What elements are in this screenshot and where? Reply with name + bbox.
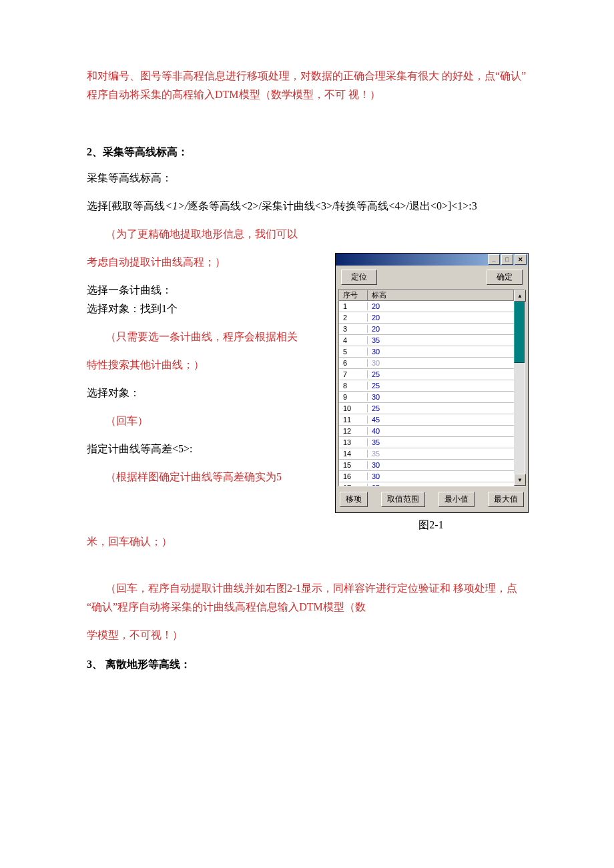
red-note-3: （只需要选一条计曲线，程序会根据相关 — [87, 328, 323, 346]
row-index: 6 — [339, 359, 368, 367]
table-row[interactable]: 1435 — [339, 448, 514, 460]
row-index: 14 — [339, 450, 368, 458]
right-column: _ □ ✕ 定位 确定 序号 标高 1202203204355306307258… — [335, 253, 527, 532]
list-header-row: 序号 标高 — [339, 290, 514, 301]
red-note-2: 考虑自动提取计曲线高程；） — [87, 253, 323, 272]
window-minimize-button[interactable]: _ — [488, 254, 500, 265]
intro-paragraph: 和对编号、图号等非高程信息进行移项处理，对数据的正确合理采集有很大 的好处，点“… — [87, 67, 527, 104]
red-note-4: 特性搜索其他计曲线；） — [87, 356, 323, 374]
row-index: 2 — [339, 314, 368, 322]
row-value: 20 — [368, 325, 514, 333]
row-index: 15 — [339, 461, 368, 469]
table-row[interactable]: 435 — [339, 335, 514, 346]
scroll-track[interactable] — [514, 363, 525, 474]
table-row[interactable]: 725 — [339, 369, 514, 380]
row-index: 11 — [339, 416, 368, 424]
table-row[interactable]: 1145 — [339, 414, 514, 426]
table-row[interactable]: 120 — [339, 301, 514, 312]
row-value: 25 — [368, 370, 514, 378]
row-index: 3 — [339, 325, 368, 333]
list-rows-container: 1202203204355306307258259301025114512401… — [339, 301, 514, 486]
row-index: 1 — [339, 302, 368, 310]
spacer-2 — [87, 560, 527, 579]
collect-label: 采集等高线标高： — [87, 169, 527, 187]
table-row[interactable]: 930 — [339, 392, 514, 403]
table-row[interactable]: 630 — [339, 358, 514, 369]
found-one: 选择对象：找到1个 — [87, 300, 323, 318]
r8a: （回车，程序自动提取计曲线并如右图 — [105, 582, 287, 594]
table-row[interactable]: 825 — [339, 380, 514, 392]
footer-btn-range[interactable]: 取值范围 — [381, 492, 425, 507]
table-row[interactable]: 220 — [339, 312, 514, 324]
table-row[interactable]: 1725 — [339, 482, 514, 486]
row-value: 25 — [368, 382, 514, 390]
row-value: 25 — [368, 404, 514, 412]
select-curve: 选择一条计曲线： — [87, 281, 323, 300]
footer-btn-move[interactable]: 移项 — [340, 492, 368, 507]
scroll-up-button[interactable]: ▲ — [514, 290, 526, 302]
row-value: 35 — [368, 450, 514, 458]
scroll-down-button[interactable]: ▼ — [514, 474, 526, 486]
col-header-index: 序号 — [339, 290, 368, 300]
list-area: 序号 标高 1202203204355306307258259301025114… — [338, 289, 525, 486]
select-line: 选择[截取等高线<1>/逐条等高线<2>/采集计曲线<3>/转换等高线<4>/退… — [87, 197, 527, 215]
row-value: 35 — [368, 336, 514, 344]
table-row[interactable]: 1630 — [339, 471, 514, 482]
left-column: 考虑自动提取计曲线高程；） 选择一条计曲线： 选择对象：找到1个 （只需要选一条… — [87, 253, 323, 496]
row-value: 35 — [368, 438, 514, 446]
content-row: 考虑自动提取计曲线高程；） 选择一条计曲线： 选择对象：找到1个 （只需要选一条… — [87, 253, 527, 532]
r8e: 模型（数 — [323, 601, 366, 612]
table-row[interactable]: 1240 — [339, 426, 514, 437]
window-close-button[interactable]: ✕ — [515, 254, 527, 265]
red6-b: 5 — [276, 471, 282, 482]
red-note-6: （根据样图确定计曲线等高差确实为5 — [87, 468, 323, 486]
window-maximize-button[interactable]: □ — [501, 254, 513, 265]
r8d: DTM — [299, 601, 323, 612]
table-row[interactable]: 530 — [339, 346, 514, 358]
table-row[interactable]: 1335 — [339, 437, 514, 448]
row-index: 16 — [339, 472, 368, 480]
specify-diff: 指定计曲线等高差<5>: — [87, 440, 323, 458]
window-footer: 移项 取值范围 最小值 最大值 — [336, 489, 528, 512]
select-a: 选择[截取等高线 — [87, 200, 165, 211]
heading-3: 3、 离散地形等高线： — [87, 658, 527, 672]
row-index: 13 — [339, 438, 368, 446]
row-value: 45 — [368, 416, 514, 424]
footer-btn-max[interactable]: 最大值 — [488, 492, 524, 507]
red-note-9: 学模型，不可视！） — [87, 626, 527, 644]
row-value: 30 — [368, 461, 514, 469]
row-index: 5 — [339, 348, 368, 356]
heading-2: 2、采集等高线标高： — [87, 145, 527, 159]
vertical-scrollbar[interactable]: ▲ ▼ — [514, 290, 525, 486]
row-index: 17 — [339, 484, 368, 486]
row-index: 7 — [339, 370, 368, 378]
red-note-8: （回车，程序自动提取计曲线并如右图2-1显示，同样容许进行定位验证和 移项处理，… — [87, 579, 527, 616]
intro-text-c: 模型（数学模型，不可 视！） — [239, 89, 380, 100]
document-page: 和对编号、图号等非高程信息进行移项处理，对数据的正确合理采集有很大 的好处，点“… — [0, 0, 614, 868]
row-value: 25 — [368, 484, 514, 486]
window-toolbar: 定位 确定 — [336, 266, 528, 289]
row-index: 12 — [339, 427, 368, 435]
row-index: 4 — [339, 336, 368, 344]
row-value: 20 — [368, 302, 514, 310]
elevation-list-window: _ □ ✕ 定位 确定 序号 标高 1202203204355306307258… — [335, 253, 529, 513]
table-row[interactable]: 1530 — [339, 460, 514, 471]
window-titlebar: _ □ ✕ — [336, 254, 528, 266]
list-table: 序号 标高 1202203204355306307258259301025114… — [339, 290, 514, 486]
table-row[interactable]: 1025 — [339, 403, 514, 414]
footer-btn-min[interactable]: 最小值 — [438, 492, 475, 507]
red-note-1: （为了更精确地提取地形信息，我们可以 — [87, 225, 527, 244]
row-value: 30 — [368, 348, 514, 356]
red-note-5: （回车） — [87, 412, 323, 430]
row-index: 8 — [339, 382, 368, 390]
r8b: 2-1 — [287, 582, 301, 594]
red6-a: （根据样图确定计曲线等高差确实为 — [105, 471, 276, 482]
table-row[interactable]: 320 — [339, 324, 514, 335]
confirm-button[interactable]: 确定 — [487, 270, 523, 285]
scroll-thumb[interactable] — [514, 302, 525, 363]
locate-button[interactable]: 定位 — [341, 270, 377, 285]
row-index: 10 — [339, 404, 368, 412]
spacer — [87, 113, 527, 132]
select-b: <1>/ — [165, 200, 188, 211]
row-value: 20 — [368, 314, 514, 322]
